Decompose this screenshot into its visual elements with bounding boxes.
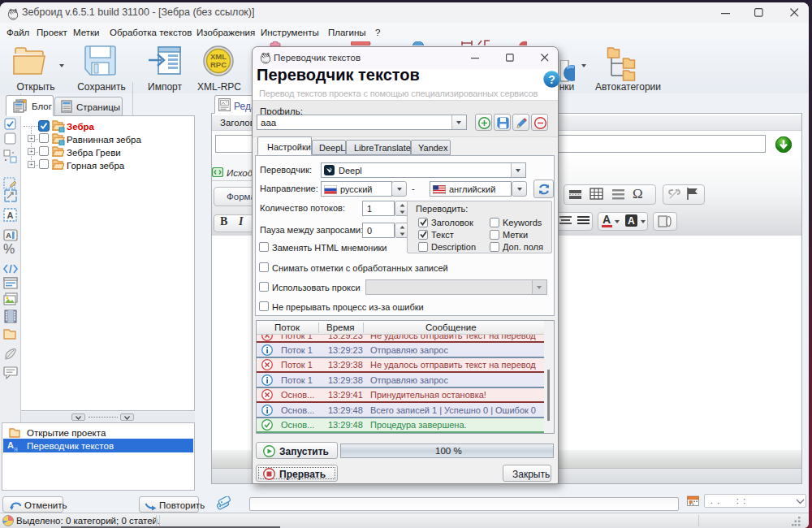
- svg-text:XML: XML: [210, 52, 227, 61]
- svg-text:я: я: [14, 445, 18, 452]
- svg-text:A: A: [7, 440, 14, 450]
- svg-text:RPC: RPC: [210, 60, 227, 69]
- svg-text:?: ?: [548, 73, 555, 86]
- svg-text:A: A: [7, 210, 14, 220]
- svg-text:A: A: [6, 232, 11, 240]
